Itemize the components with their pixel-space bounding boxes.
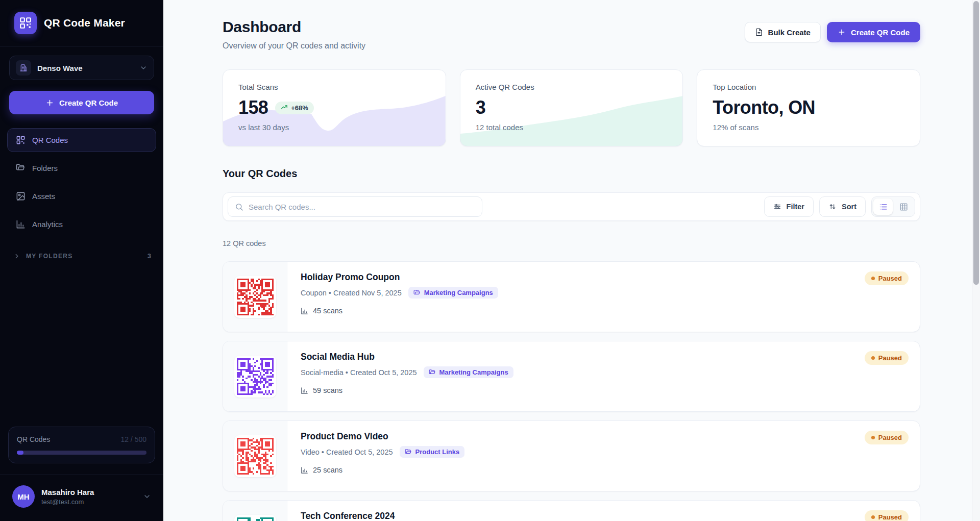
qr-title: Tech Conference 2024	[301, 511, 906, 521]
folder-chip[interactable]: Marketing Campaigns	[424, 366, 513, 378]
create-qr-code-label: Create QR Code	[851, 28, 910, 37]
search-icon	[235, 203, 243, 211]
trend-badge-value: +68%	[291, 104, 308, 112]
qr-thumb-pane	[223, 262, 287, 332]
user-menu[interactable]: MH Masahiro Hara test@test.com	[0, 475, 163, 521]
user-email: test@test.com	[41, 498, 136, 506]
qr-scans-label: 45 scans	[313, 307, 342, 315]
toolbar-right: Filter Sort	[764, 196, 915, 217]
status-dot-icon	[871, 515, 875, 519]
sort-button[interactable]: Sort	[819, 196, 866, 217]
qr-code-thumbnail	[234, 435, 276, 477]
create-qr-code-button[interactable]: Create QR Code	[827, 22, 920, 42]
folder-open-icon	[405, 449, 412, 456]
list-view-button[interactable]	[873, 199, 893, 215]
qr-meta: Video • Created Oct 5, 2025	[301, 448, 393, 456]
grid-view-button[interactable]	[894, 199, 913, 215]
status-badge: Paused	[865, 431, 909, 444]
stat-value: Toronto, ON	[713, 97, 815, 118]
status-label: Paused	[878, 434, 902, 441]
plus-icon	[838, 28, 846, 36]
chevron-down-icon	[143, 492, 151, 501]
filter-sliders-icon	[773, 203, 781, 211]
image-icon	[16, 191, 26, 201]
qr-thumb-pane	[223, 501, 287, 521]
sidebar-nav: QR Codes Folders Assets Analytics	[7, 128, 156, 236]
sidebar-item-label: Analytics	[32, 220, 63, 229]
status-label: Paused	[878, 275, 902, 282]
status-label: Paused	[878, 513, 902, 521]
qr-card-content: Product Demo Video Video • Created Oct 5…	[287, 421, 920, 491]
user-info: Masahiro Hara test@test.com	[41, 488, 136, 506]
qr-card-social-media-hub[interactable]: Social Media Hub Social-media • Created …	[223, 341, 920, 412]
sidebar-item-analytics[interactable]: Analytics	[7, 212, 156, 236]
folder-open-icon	[429, 369, 436, 376]
status-badge: Paused	[865, 510, 909, 521]
usage-progress-fill	[17, 451, 23, 455]
building-icon	[16, 60, 31, 76]
qr-card-tech-conference-2024[interactable]: Tech Conference 2024 Paused	[223, 500, 920, 521]
qr-count-text: 12 QR codes	[223, 239, 920, 247]
qr-thumb-pane	[223, 341, 287, 411]
stat-sub: 12 total codes	[476, 123, 668, 132]
qr-list: Holiday Promo Coupon Coupon • Created No…	[223, 261, 920, 521]
stat-card-active-codes: Active QR Codes 3 12 total codes	[460, 69, 683, 146]
usage-progress-bar	[17, 451, 146, 455]
usage-card: QR Codes 12 / 500	[8, 427, 155, 463]
page-header: Dashboard Overview of your QR codes and …	[223, 18, 920, 51]
chevron-right-icon	[13, 253, 20, 260]
list-icon	[879, 203, 888, 211]
qr-section-title: Your QR Codes	[223, 168, 920, 180]
user-name: Masahiro Hara	[41, 488, 136, 497]
chevron-down-icon	[139, 64, 148, 72]
my-folders-section-toggle[interactable]: MY FOLDERS 3	[13, 252, 151, 260]
usage-label: QR Codes	[17, 435, 50, 443]
trend-badge: +68%	[275, 102, 314, 114]
scans-chart-icon	[301, 387, 308, 394]
app-title: QR Code Maker	[44, 17, 125, 29]
workspace-selector[interactable]: Denso Wave	[9, 56, 154, 80]
filter-button[interactable]: Filter	[764, 196, 814, 217]
status-dot-icon	[871, 356, 875, 360]
sidebar-create-qr-button[interactable]: Create QR Code	[9, 91, 154, 114]
scrollbar-thumb[interactable]	[973, 1, 979, 285]
sidebar-item-assets[interactable]: Assets	[7, 184, 156, 208]
qr-scans: 59 scans	[301, 386, 906, 394]
scans-chart-icon	[301, 307, 308, 315]
app-logo-qr-icon	[14, 12, 37, 34]
qr-card-holiday-promo-coupon[interactable]: Holiday Promo Coupon Coupon • Created No…	[223, 261, 920, 332]
qr-title: Social Media Hub	[301, 352, 906, 362]
qr-toolbar: Filter Sort	[223, 192, 920, 221]
qr-thumb-pane	[223, 421, 287, 491]
search-box	[228, 196, 482, 217]
sidebar-item-folders[interactable]: Folders	[7, 156, 156, 180]
sidebar-item-qr-codes[interactable]: QR Codes	[7, 128, 156, 152]
qr-scans-label: 59 scans	[313, 386, 342, 394]
sidebar-spacer	[0, 260, 163, 427]
stat-value: 158	[238, 97, 268, 118]
app-logo-row: QR Code Maker	[0, 0, 163, 46]
header-actions: Bulk Create Create QR Code	[745, 22, 920, 42]
bulk-create-button[interactable]: Bulk Create	[745, 22, 821, 42]
sidebar-item-label: Folders	[32, 164, 58, 172]
my-folders-count: 3	[148, 252, 151, 260]
qr-code-thumbnail	[234, 276, 276, 318]
qr-scans-label: 25 scans	[313, 466, 342, 474]
view-toggle	[871, 196, 915, 217]
folder-chip[interactable]: Product Links	[400, 446, 465, 458]
folder-chip-label: Marketing Campaigns	[424, 289, 493, 296]
bulk-create-label: Bulk Create	[768, 28, 811, 37]
stat-label: Total Scans	[238, 83, 430, 91]
filter-label: Filter	[787, 203, 804, 211]
folder-chip[interactable]: Marketing Campaigns	[408, 287, 498, 299]
sort-arrows-icon	[828, 203, 837, 211]
scans-chart-icon	[301, 466, 308, 474]
qr-card-product-demo-video[interactable]: Product Demo Video Video • Created Oct 5…	[223, 420, 920, 491]
page-subtitle: Overview of your QR codes and activity	[223, 41, 365, 51]
qr-card-content: Social Media Hub Social-media • Created …	[287, 341, 920, 411]
qr-code-thumbnail	[234, 356, 276, 398]
status-badge: Paused	[865, 271, 909, 285]
search-input[interactable]	[249, 203, 475, 211]
qr-meta: Social-media • Created Oct 5, 2025	[301, 368, 417, 377]
qr-scans: 25 scans	[301, 466, 906, 474]
